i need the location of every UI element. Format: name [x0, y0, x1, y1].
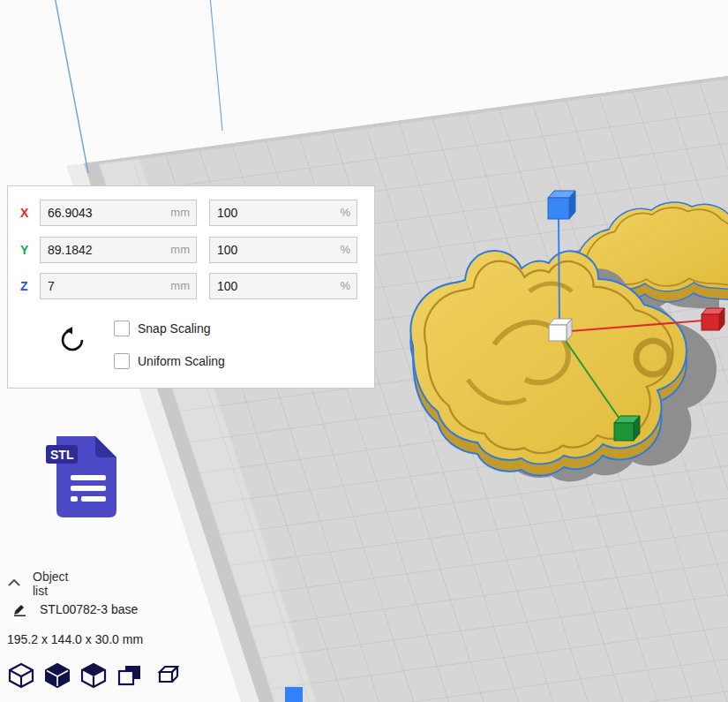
stl-badge-text: STL	[50, 448, 74, 462]
scale-z-percent-input[interactable]	[209, 273, 357, 299]
axis-x-label: X	[20, 206, 34, 220]
plate-origin-marker	[285, 687, 303, 702]
reset-arrow-icon	[58, 326, 86, 354]
reset-scale-button[interactable]	[57, 326, 87, 356]
scale-tool-panel: X mm % Y mm % Z mm %	[7, 185, 375, 389]
scale-row-z: Z mm %	[8, 273, 357, 299]
cube-top-icon	[80, 662, 107, 689]
camera-view-toolbar	[7, 662, 180, 691]
uniform-scaling-checkbox[interactable]	[114, 353, 130, 369]
object-list-collapse-button[interactable]	[7, 577, 21, 590]
gizmo-x-handle[interactable]	[702, 308, 724, 330]
cube-right-icon	[153, 662, 179, 689]
scale-row-y: Y mm %	[8, 237, 357, 263]
scale-y-mm-input[interactable]	[40, 237, 197, 263]
scale-y-percent-input[interactable]	[209, 237, 357, 263]
object-name: STL00782-3 base	[40, 602, 138, 616]
view-top-button[interactable]	[79, 662, 108, 691]
build-volume-edge-line	[210, 0, 222, 131]
axis-z-label: Z	[20, 279, 34, 293]
scale-x-mm-input[interactable]	[40, 200, 197, 226]
snap-scaling-checkbox[interactable]	[114, 321, 130, 336]
axis-y-label: Y	[20, 243, 34, 257]
snap-scaling-label: Snap Scaling	[138, 321, 211, 336]
scale-row-x: X mm %	[8, 200, 357, 226]
cube-left-icon	[116, 662, 143, 689]
gizmo-z-handle[interactable]	[548, 191, 575, 219]
uniform-scaling-label: Uniform Scaling	[138, 354, 225, 368]
gizmo-z-axis-line	[559, 217, 559, 323]
view-right-button[interactable]	[152, 662, 180, 691]
object-list-header: Object list	[33, 570, 70, 598]
view-left-button[interactable]	[116, 662, 144, 691]
document-icon: STL	[42, 433, 125, 521]
chevron-up-icon	[7, 577, 21, 588]
cube-3d-icon	[8, 662, 34, 689]
view-front-button[interactable]	[43, 662, 71, 691]
scale-z-mm-input[interactable]	[40, 273, 197, 299]
cube-front-icon	[44, 662, 71, 689]
object-list-item[interactable]: STL00782-3 base	[12, 602, 138, 616]
gizmo-center-handle[interactable]	[549, 319, 572, 341]
scale-x-percent-input[interactable]	[209, 200, 357, 226]
pencil-icon	[12, 602, 28, 616]
model-dimensions: 195.2 x 144.0 x 30.0 mm	[7, 632, 143, 646]
build-volume-edge-line	[55, 0, 88, 173]
view-3d-button[interactable]	[7, 662, 35, 691]
stl-file-icon: STL	[42, 433, 125, 521]
gizmo-y-handle[interactable]	[614, 416, 640, 441]
